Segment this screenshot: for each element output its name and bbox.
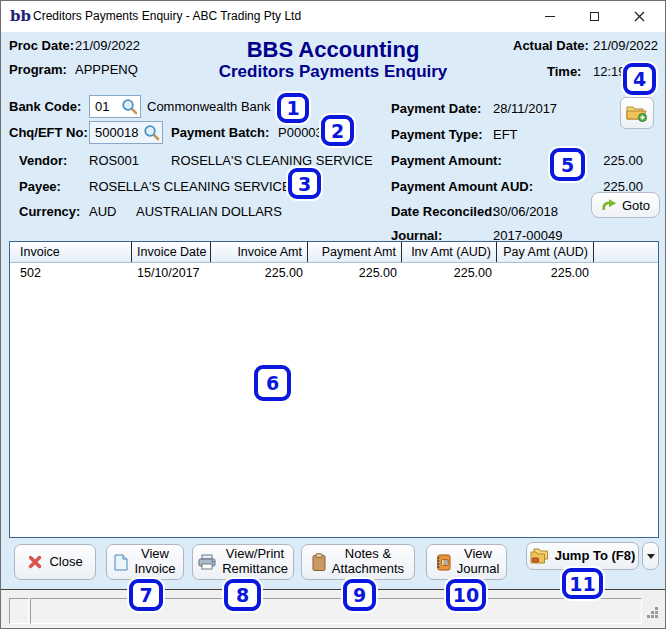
bank-code-label: Bank Code: — [9, 99, 81, 114]
table-cell: 502 — [10, 263, 132, 282]
chq-eft-label: Chq/EFT No: — [9, 125, 88, 140]
date-reconciled-value: 30/06/2018 — [493, 204, 558, 219]
payment-amount-label: Payment Amount: — [391, 153, 502, 168]
payment-date-label: Payment Date: — [391, 101, 481, 116]
currency-name-value: AUSTRALIAN DOLLARS — [136, 204, 282, 219]
dropdown-arrow-icon — [647, 554, 655, 559]
close-window-button[interactable] — [617, 1, 662, 32]
actual-date-label: Actual Date: — [513, 38, 589, 53]
view-print-remittance-label: View/Print Remittance — [222, 547, 288, 577]
title-bar[interactable]: bb Creditors Payments Enquiry - ABC Trad… — [1, 1, 665, 32]
table-cell: 15/10/2017 — [132, 263, 211, 282]
table-cell: 225.00 — [308, 263, 402, 282]
maximize-icon — [590, 12, 599, 21]
bank-code-input[interactable]: 01 — [89, 95, 141, 118]
column-header-6[interactable]: Pay Amt (AUD) — [497, 242, 594, 262]
minimize-button[interactable] — [527, 1, 572, 32]
payment-amount-aud-label: Payment Amount AUD: — [391, 179, 533, 194]
close-icon — [634, 11, 645, 22]
time-label: Time: — [547, 64, 581, 79]
table-cell: 225.00 — [402, 263, 497, 282]
bank-code-value: 01 — [95, 99, 109, 114]
resize-grip[interactable] — [647, 607, 659, 619]
jump-folders-icon — [530, 548, 549, 564]
window-controls — [527, 1, 662, 32]
column-header-5[interactable]: Inv Amt (AUD) — [402, 242, 497, 262]
attachments-folder-button[interactable] — [620, 97, 654, 129]
currency-label: Currency: — [19, 204, 80, 219]
printer-icon — [198, 554, 216, 570]
notes-attachments-button[interactable]: Notes & Attachments — [301, 544, 415, 580]
svg-text:@: @ — [442, 559, 447, 565]
goto-label: Goto — [622, 198, 650, 213]
bank-name-value: Commonwealth Bank — [147, 99, 271, 114]
status-panel-left — [9, 598, 29, 624]
vendor-label: Vendor: — [19, 153, 67, 168]
jump-to-label: Jump To (F8) — [555, 549, 636, 564]
table-cell: 225.00 — [211, 263, 308, 282]
column-header-3[interactable]: Invoice Amt — [211, 242, 308, 262]
callout-10: 10 — [446, 579, 486, 611]
callout-7: 7 — [129, 579, 163, 611]
callout-9: 9 — [343, 579, 376, 611]
goto-button[interactable]: Goto — [591, 192, 660, 218]
view-journal-label: View Journal — [457, 547, 500, 577]
maximize-button[interactable] — [572, 1, 617, 32]
app-window: bb Creditors Payments Enquiry - ABC Trad… — [0, 0, 666, 629]
callout-11: 11 — [562, 568, 603, 599]
red-x-icon — [27, 554, 43, 570]
goto-arrow-icon — [601, 199, 617, 212]
table-header-row: InvoiceInvoice DateInvoice AmtPayment Am… — [10, 242, 658, 263]
callout-6: 6 — [254, 365, 291, 401]
table-cell: 225.00 — [497, 263, 594, 282]
payment-batch-label: Payment Batch: — [171, 125, 269, 140]
column-header-filler — [594, 242, 658, 262]
currency-code-value: AUD — [89, 204, 116, 219]
view-print-remittance-button[interactable]: View/Print Remittance — [192, 544, 294, 580]
callout-4: 4 — [623, 63, 656, 95]
journal-book-icon: @ — [434, 554, 451, 571]
vendor-code-value: ROS001 — [89, 153, 139, 168]
column-header-1[interactable]: Invoice — [10, 242, 132, 262]
app-logo-icon: bb — [10, 6, 30, 26]
callout-1: 1 — [277, 93, 309, 123]
chq-eft-value: 500018 — [95, 125, 138, 140]
view-journal-button[interactable]: @ View Journal — [426, 544, 507, 580]
payment-batch-value: P00003 — [278, 125, 323, 140]
table-row[interactable]: 50215/10/2017225.00225.00225.00225.00 — [10, 263, 658, 282]
minimize-icon — [545, 16, 555, 17]
callout-5: 5 — [550, 148, 585, 181]
view-invoice-label: View Invoice — [134, 547, 175, 577]
magnifier-icon[interactable] — [121, 98, 138, 115]
payment-date-value: 28/11/2017 — [493, 101, 557, 116]
callout-8: 8 — [224, 579, 261, 611]
document-icon — [114, 554, 128, 571]
table-body: 50215/10/2017225.00225.00225.00225.00 — [10, 263, 658, 282]
time-value: 12:19 — [593, 64, 626, 79]
clipboard-icon — [312, 553, 326, 571]
jump-to-dropdown-button[interactable] — [642, 542, 659, 570]
notes-attachments-label: Notes & Attachments — [332, 547, 404, 577]
payment-type-label: Payment Type: — [391, 127, 483, 142]
date-reconciled-label: Date Reconciled: — [391, 204, 496, 219]
magnifier-icon[interactable] — [143, 124, 160, 141]
view-invoice-button[interactable]: View Invoice — [106, 544, 184, 580]
column-header-4[interactable]: Payment Amt — [308, 242, 402, 262]
close-button[interactable]: Close — [14, 544, 96, 580]
chq-eft-input[interactable]: 500018 — [89, 121, 163, 144]
callout-3: 3 — [288, 168, 321, 199]
payee-value: ROSELLA'S CLEANING SERVICE — [89, 179, 291, 194]
invoice-table[interactable]: InvoiceInvoice DateInvoice AmtPayment Am… — [9, 241, 659, 538]
payment-type-value: EFT — [493, 127, 518, 142]
vendor-name-value: ROSELLA'S CLEANING SERVICE — [171, 153, 373, 168]
status-panel-main — [30, 598, 642, 624]
callout-2: 2 — [321, 115, 354, 146]
jump-to-button[interactable]: Jump To (F8) — [526, 542, 639, 570]
close-button-label: Close — [49, 555, 82, 570]
window-title: Creditors Payments Enquiry - ABC Trading… — [33, 9, 301, 23]
actual-date-value: 21/09/2022 — [593, 38, 658, 53]
folder-add-icon — [626, 104, 648, 122]
column-header-2[interactable]: Invoice Date — [132, 242, 211, 262]
payee-label: Payee: — [19, 179, 61, 194]
